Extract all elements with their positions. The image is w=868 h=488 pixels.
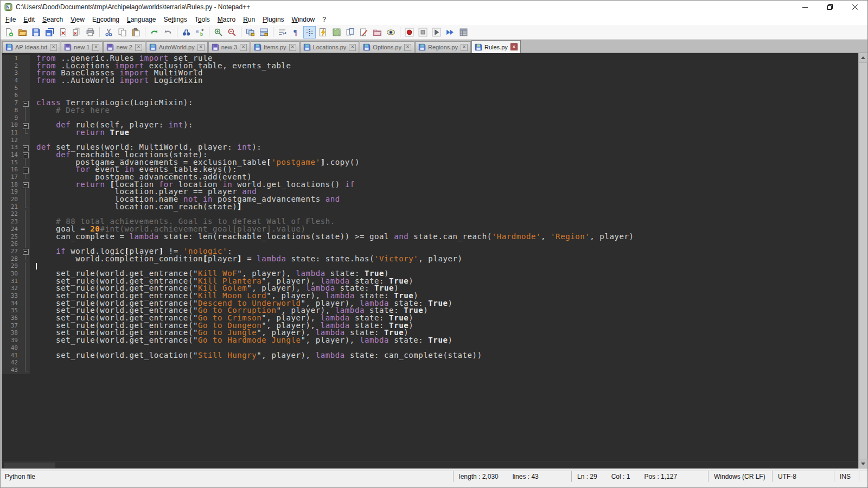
code-line[interactable]: 10 def rule(self, player: int): [2,121,858,129]
code-line[interactable]: 7class TerrariaLogic(LogicMixin): [2,99,858,107]
code-line[interactable]: 5 [2,85,858,92]
macro-record-button[interactable] [403,26,416,38]
code-text[interactable] [30,240,36,248]
menu-language[interactable]: Language [123,15,159,24]
code-text[interactable] [30,92,36,99]
code-editor[interactable]: 1from ..generic.Rules import set_rule2fr… [2,53,858,461]
open-file-button[interactable] [16,26,29,38]
code-text[interactable] [30,344,36,352]
sync-horizontal-button[interactable] [258,26,270,38]
macro-stop-button[interactable] [417,26,429,38]
replace-button[interactable]: ab [194,26,206,38]
fold-collapse-icon[interactable] [21,121,30,129]
code-text[interactable]: can_complete = lambda state: len(reachab… [30,233,634,241]
code-text[interactable]: # Defs here [30,107,110,114]
tab-options-py[interactable]: Options.py✕ [360,41,414,53]
code-text[interactable] [30,367,36,374]
view-eye-button[interactable] [385,26,397,38]
menu-encoding[interactable]: Encoding [88,15,123,24]
horizontal-scrollbar-thumb[interactable] [4,463,55,468]
code-line[interactable]: 28 world.completion_condition[player] = … [2,255,858,263]
tab-close-icon[interactable]: ✕ [289,44,296,51]
undo-button[interactable] [148,26,161,38]
code-line[interactable]: 39 set_rule(world.get_entrance("Go to Ha… [2,337,858,344]
code-text[interactable]: set_rule(world.get_location("Still Hungr… [30,352,482,359]
tab-close-icon[interactable]: ✕ [349,44,356,51]
code-text[interactable] [30,359,36,367]
tab-autoworld-py[interactable]: AutoWorld.py✕ [146,41,208,53]
menu-run[interactable]: Run [239,15,259,24]
tab-close-icon[interactable]: ✕ [197,44,205,51]
tab-close-icon[interactable]: ✕ [461,44,468,51]
copy-button[interactable] [116,26,129,38]
code-text[interactable]: location.can_reach(state)] [30,203,242,211]
tab-close-icon[interactable]: ✕ [92,44,99,51]
cut-button[interactable] [103,26,115,38]
fold-collapse-icon[interactable] [21,181,30,189]
minimize-button[interactable] [793,1,818,14]
word-wrap-button[interactable] [276,26,289,38]
save-button[interactable] [30,26,42,38]
menu-[interactable]: ? [318,15,330,24]
tab-close-icon[interactable]: ✕ [50,44,57,51]
tab-locations-py[interactable]: Locations.py✕ [300,41,360,53]
menu-view[interactable]: View [67,15,88,24]
close-button[interactable] [843,1,867,14]
tab-items-py[interactable]: Items.py✕ [251,41,299,53]
menu-search[interactable]: Search [39,15,67,24]
code-line[interactable]: 42 [2,359,858,367]
code-line[interactable]: 11 return True [2,129,858,137]
macro-save-button[interactable] [457,26,470,38]
code-line[interactable]: 21 location.can_reach(state)] [2,203,858,211]
tab-regions-py[interactable]: Regions.py✕ [415,41,471,53]
tab-close-icon[interactable]: ✕ [135,44,142,51]
zoom-out-button[interactable] [226,26,238,38]
close-all-button[interactable] [71,26,83,38]
fold-collapse-icon[interactable] [21,99,30,107]
scroll-down-arrow[interactable] [859,459,867,468]
document-switcher-button[interactable] [344,26,356,38]
macro-play-button[interactable] [430,26,443,38]
horizontal-scrollbar[interactable] [2,461,858,468]
code-text[interactable]: return True [30,129,130,137]
tab-close-icon[interactable]: ✕ [240,44,247,51]
code-text[interactable] [30,137,36,144]
vertical-scrollbar[interactable] [858,53,867,468]
tab-new-1[interactable]: new 1✕ [61,41,103,53]
menu-edit[interactable]: Edit [20,15,39,24]
tab-close-icon[interactable]: ✕ [510,43,518,50]
find-button[interactable] [180,26,193,38]
code-text[interactable] [30,85,36,92]
save-all-button[interactable] [43,26,56,38]
sync-vertical-button[interactable] [244,26,257,38]
fold-collapse-icon[interactable] [21,151,30,159]
menu-file[interactable]: File [2,15,20,24]
code-line[interactable]: 43 [2,367,858,374]
macro-run-multiple-button[interactable] [444,26,456,38]
edit-marker-button[interactable] [358,26,370,38]
show-all-characters-button[interactable]: ¶ [290,26,302,38]
menu-tools[interactable]: Tools [191,15,214,24]
menu-macro[interactable]: Macro [214,15,239,24]
tab-rules-py[interactable]: Rules.py✕ [471,40,521,53]
zoom-in-button[interactable] [212,26,225,38]
tab-close-icon[interactable]: ✕ [404,44,411,51]
indent-guide-button[interactable] [303,26,316,38]
code-line[interactable]: 25 can_complete = lambda state: len(reac… [2,233,858,241]
folder-as-workspace-button[interactable] [371,26,384,38]
code-text[interactable]: set_rule(world.get_entrance("Go to Hardm… [30,337,453,344]
menu-plugins[interactable]: Plugins [259,15,288,24]
menu-window[interactable]: Window [288,15,319,24]
close-file-button[interactable] [57,26,69,38]
new-file-button[interactable] [3,26,15,38]
scroll-up-arrow[interactable] [859,53,867,62]
redo-button[interactable] [162,26,174,38]
code-text[interactable]: from ..AutoWorld import LogicMixin [30,77,203,85]
restore-button[interactable] [818,1,843,14]
code-line[interactable]: 8 # Defs here [2,107,858,114]
code-text[interactable]: world.completion_condition[player] = lam… [30,255,463,263]
print-button[interactable] [84,26,97,38]
tab-new-2[interactable]: new 2✕ [103,41,145,53]
fold-collapse-icon[interactable] [21,248,30,255]
tab-new-3[interactable]: new 3✕ [208,41,250,53]
